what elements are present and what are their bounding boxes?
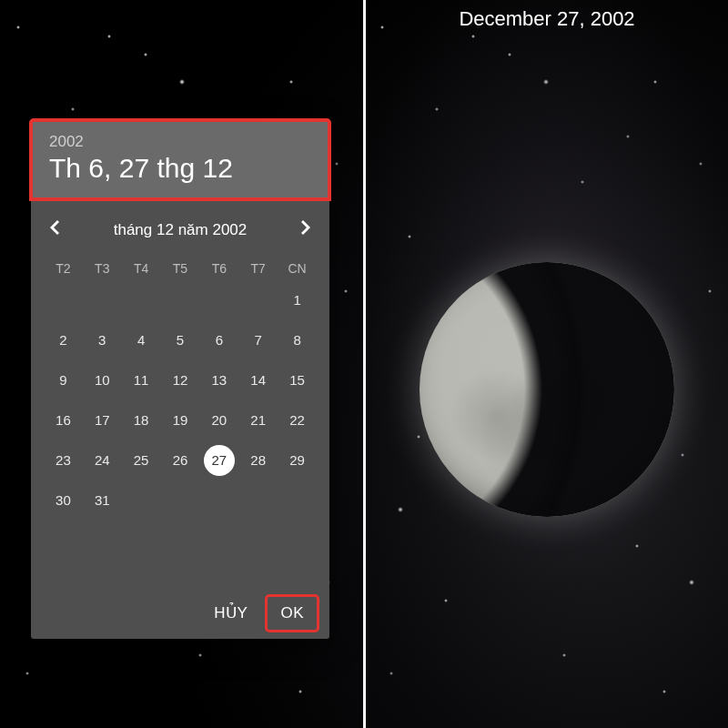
calendar-day-cell[interactable]: 1 xyxy=(278,283,317,318)
chevron-right-icon xyxy=(301,220,310,239)
picker-year-label[interactable]: 2002 xyxy=(49,133,311,151)
calendar-day-cell[interactable]: 10 xyxy=(83,363,122,398)
dow-label: T7 xyxy=(238,256,278,281)
calendar-day-cell[interactable]: 23 xyxy=(44,443,83,478)
calendar-day-cell[interactable]: 29 xyxy=(278,443,317,478)
date-picker-header[interactable]: 2002 Th 6, 27 thg 12 xyxy=(31,120,329,199)
calendar-day-cell[interactable]: 12 xyxy=(161,363,200,398)
next-month-button[interactable] xyxy=(295,219,317,241)
calendar-day-cell[interactable]: 20 xyxy=(199,403,238,438)
calendar-day-cell[interactable]: 28 xyxy=(238,443,278,478)
month-year-label: tháng 12 năm 2002 xyxy=(114,221,248,239)
dow-label: T4 xyxy=(122,256,161,281)
calendar-day-cell[interactable]: 25 xyxy=(122,443,161,478)
calendar-day-cell[interactable]: 11 xyxy=(122,363,161,398)
calendar-day-cell[interactable]: 7 xyxy=(238,323,278,358)
calendar-day-cell[interactable]: 6 xyxy=(199,323,238,358)
prev-month-button[interactable] xyxy=(44,219,66,241)
calendar-day-cell[interactable]: 2 xyxy=(44,323,83,358)
dow-label: T2 xyxy=(44,256,83,281)
moon-phase-graphic xyxy=(420,262,674,517)
dow-label: T5 xyxy=(161,256,200,281)
dow-label: CN xyxy=(278,256,317,281)
ok-button[interactable]: OK xyxy=(268,597,317,630)
month-navigation: tháng 12 năm 2002 xyxy=(31,199,329,250)
cancel-button[interactable]: HỦY xyxy=(201,596,260,630)
calendar-day-cell[interactable]: 16 xyxy=(44,403,83,438)
calendar-grid: 1234567891011121314151617181920212223242… xyxy=(31,283,329,518)
calendar-day-cell[interactable]: 14 xyxy=(238,363,278,398)
screenshot-stage: 2002 Th 6, 27 thg 12 tháng 12 năm 2002 T… xyxy=(0,0,728,728)
calendar-empty-cell xyxy=(44,283,83,318)
calendar-empty-cell xyxy=(161,283,200,318)
calendar-day-cell[interactable]: 24 xyxy=(83,443,122,478)
calendar-day-cell[interactable]: 26 xyxy=(161,443,200,478)
calendar-day-cell[interactable]: 31 xyxy=(83,483,122,518)
dow-label: T6 xyxy=(199,256,238,281)
calendar-day-cell[interactable]: 21 xyxy=(238,403,278,438)
calendar-empty-cell xyxy=(83,283,122,318)
calendar-day-cell[interactable]: 27 xyxy=(204,445,235,476)
picker-selected-date[interactable]: Th 6, 27 thg 12 xyxy=(49,153,311,185)
calendar-day-cell[interactable]: 30 xyxy=(44,483,83,518)
calendar-day-cell[interactable]: 17 xyxy=(83,403,122,438)
dow-label: T3 xyxy=(83,256,122,281)
chevron-left-icon xyxy=(50,220,59,239)
calendar-day-cell[interactable]: 15 xyxy=(278,363,317,398)
day-of-week-row: T2T3T4T5T6T7CN xyxy=(31,250,329,283)
calendar-day-cell[interactable]: 8 xyxy=(278,323,317,358)
calendar-day-cell[interactable]: 4 xyxy=(122,323,161,358)
calendar-empty-cell xyxy=(199,283,238,318)
calendar-day-cell[interactable]: 18 xyxy=(122,403,161,438)
moon-date-label: December 27, 2002 xyxy=(366,7,728,31)
moon-disc xyxy=(420,262,674,517)
calendar-day-cell[interactable]: 22 xyxy=(278,403,317,438)
calendar-day-cell[interactable]: 13 xyxy=(199,363,238,398)
moon-terminator xyxy=(420,262,674,517)
calendar-day-cell[interactable]: 5 xyxy=(161,323,200,358)
calendar-day-cell[interactable]: 3 xyxy=(83,323,122,358)
date-picker-dialog: 2002 Th 6, 27 thg 12 tháng 12 năm 2002 T… xyxy=(31,120,329,639)
calendar-empty-cell xyxy=(122,283,161,318)
calendar-day-cell[interactable]: 9 xyxy=(44,363,83,398)
calendar-day-cell[interactable]: 19 xyxy=(161,403,200,438)
left-panel: 2002 Th 6, 27 thg 12 tháng 12 năm 2002 T… xyxy=(0,0,363,728)
right-panel: December 27, 2002 xyxy=(366,0,728,728)
dialog-actions: HỦY OK xyxy=(201,596,317,630)
calendar-empty-cell xyxy=(238,283,278,318)
